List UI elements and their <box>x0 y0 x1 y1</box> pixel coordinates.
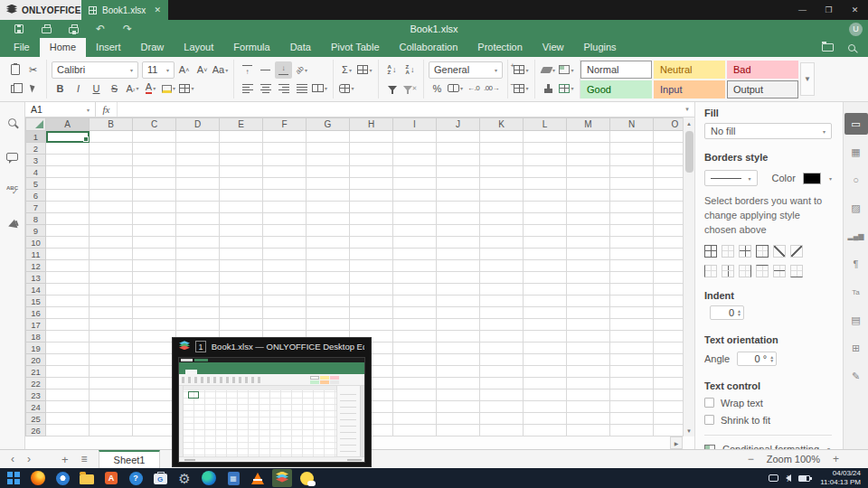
signature-settings-button[interactable]: ✎ <box>844 365 868 387</box>
taskbar-mail-button[interactable] <box>52 469 72 487</box>
sort-descending-button[interactable]: ZA↓ <box>401 61 419 79</box>
tray-chat-icon[interactable] <box>769 474 778 482</box>
cell-A15[interactable] <box>46 296 90 307</box>
border-diagonal-down-button[interactable] <box>790 245 803 258</box>
bold-button[interactable]: B <box>52 80 69 97</box>
cell-D9[interactable] <box>176 225 220 237</box>
cell-E11[interactable] <box>220 249 263 260</box>
border-color-dropdown-icon[interactable]: ▾ <box>829 175 832 182</box>
select-all-corner[interactable] <box>26 118 46 131</box>
cell-C26[interactable] <box>133 425 176 436</box>
cell-I23[interactable] <box>393 389 437 401</box>
cell-N10[interactable] <box>610 237 654 249</box>
cell-C11[interactable] <box>133 249 176 260</box>
cell-E3[interactable] <box>220 155 263 166</box>
cell-I26[interactable] <box>393 425 437 436</box>
menu-tab-file[interactable]: File <box>4 38 40 57</box>
cell-G2[interactable] <box>307 143 350 155</box>
cell-L8[interactable] <box>524 213 567 225</box>
row-header-14[interactable]: 14 <box>26 284 46 296</box>
cell-D13[interactable] <box>176 272 220 284</box>
cell-C16[interactable] <box>133 307 176 319</box>
cell-A19[interactable] <box>46 343 90 354</box>
cell-L7[interactable] <box>524 202 567 213</box>
cell-M17[interactable] <box>567 319 610 331</box>
tab-close-icon[interactable]: ✕ <box>154 5 161 14</box>
border-left-button[interactable] <box>704 265 717 277</box>
feedback-button[interactable] <box>8 218 16 232</box>
cell-M15[interactable] <box>567 296 610 307</box>
cell-N5[interactable] <box>610 178 654 190</box>
cell-K4[interactable] <box>480 166 524 178</box>
cell-C18[interactable] <box>133 331 176 343</box>
row-header-20[interactable]: 20 <box>26 354 46 366</box>
cell-C5[interactable] <box>133 178 176 190</box>
taskbar-firefox-button[interactable] <box>28 469 48 487</box>
cell-A11[interactable] <box>46 249 90 260</box>
menu-tab-data[interactable]: Data <box>280 38 321 57</box>
cell-M19[interactable] <box>567 343 610 354</box>
cell-A14[interactable] <box>46 284 90 296</box>
taskbar-vlc-button[interactable] <box>248 469 268 487</box>
strikethrough-button[interactable]: S <box>106 80 123 97</box>
cell-I6[interactable] <box>393 190 437 202</box>
cell-A23[interactable] <box>46 389 90 401</box>
cell-J23[interactable] <box>437 389 480 401</box>
cell-M16[interactable] <box>567 307 610 319</box>
taskbar-app-store-button[interactable]: A <box>101 469 121 487</box>
cell-I12[interactable] <box>393 260 437 272</box>
cell-M2[interactable] <box>567 143 610 155</box>
cell-I3[interactable] <box>393 155 437 166</box>
cell-E9[interactable] <box>220 225 263 237</box>
cell-B8[interactable] <box>90 213 133 225</box>
taskbar-edge-button[interactable] <box>199 469 219 487</box>
cell-C12[interactable] <box>133 260 176 272</box>
cell-H16[interactable] <box>350 307 393 319</box>
named-ranges-button[interactable]: ▾ <box>338 80 355 97</box>
cell-N23[interactable] <box>610 389 654 401</box>
cell-K12[interactable] <box>480 260 524 272</box>
row-header-18[interactable]: 18 <box>26 331 46 343</box>
cell-B9[interactable] <box>90 225 133 237</box>
chart-settings-button[interactable]: ▂▄▆ <box>844 225 868 247</box>
cell-K23[interactable] <box>480 389 524 401</box>
cell-settings-button[interactable]: ▭ <box>844 113 868 135</box>
cell-D8[interactable] <box>176 213 220 225</box>
cell-A17[interactable] <box>46 319 90 331</box>
undo-button[interactable]: ↶ <box>87 20 114 38</box>
pivot-settings-button[interactable]: ⊞ <box>844 337 868 359</box>
cell-C3[interactable] <box>133 155 176 166</box>
cell-M6[interactable] <box>567 190 610 202</box>
column-header-H[interactable]: H <box>350 118 393 131</box>
cell-E16[interactable] <box>220 307 263 319</box>
taskbar-start-button[interactable] <box>4 469 24 487</box>
cell-K13[interactable] <box>480 272 524 284</box>
fill-select[interactable]: No fill▾ <box>704 123 832 139</box>
cell-L5[interactable] <box>524 178 567 190</box>
table-settings-button[interactable]: ▦ <box>844 141 868 163</box>
cell-M3[interactable] <box>567 155 610 166</box>
cell-L2[interactable] <box>524 143 567 155</box>
cell-E1[interactable] <box>220 131 263 143</box>
cell-I4[interactable] <box>393 166 437 178</box>
cell-K11[interactable] <box>480 249 524 260</box>
cell-I14[interactable] <box>393 284 437 296</box>
cell-I5[interactable] <box>393 178 437 190</box>
cell-A10[interactable] <box>46 237 90 249</box>
menu-tab-formula[interactable]: Formula <box>223 38 279 57</box>
cell-A9[interactable] <box>46 225 90 237</box>
cell-N4[interactable] <box>610 166 654 178</box>
cell-style-normal[interactable]: Normal <box>580 61 652 79</box>
cell-C19[interactable] <box>133 343 176 354</box>
cell-D16[interactable] <box>176 307 220 319</box>
cell-J20[interactable] <box>437 354 480 366</box>
cell-I17[interactable] <box>393 319 437 331</box>
cell-style-good[interactable]: Good <box>580 80 652 99</box>
cell-N7[interactable] <box>610 202 654 213</box>
quick-print-button[interactable] <box>60 20 87 38</box>
cell-I22[interactable] <box>393 378 437 389</box>
name-box-dropdown-icon[interactable]: ▾ <box>87 107 90 113</box>
underline-button[interactable]: U <box>88 80 105 97</box>
cell-K15[interactable] <box>480 296 524 307</box>
indent-spinner[interactable]: 0 ▲▼ <box>710 305 744 320</box>
